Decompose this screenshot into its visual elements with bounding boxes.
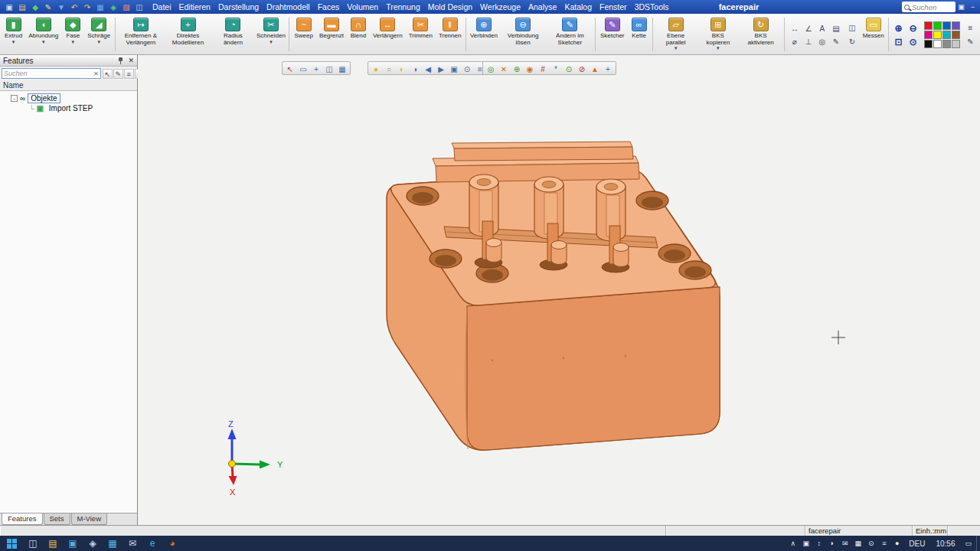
palette-color[interactable] [942,21,951,30]
palette-color[interactable] [933,21,942,30]
viewport-tool-icon[interactable]: + [602,63,614,74]
ribbon-button[interactable]: ✎ Ändern im Sketcher ▾ [547,15,593,54]
ribbon-button[interactable]: ◢ Schräge ▾ [84,15,113,54]
measure-button[interactable]: ▭ Messen [860,15,887,54]
dimension-icon[interactable]: ✎ [829,35,842,47]
viewport-tool-icon[interactable]: ▲ [589,63,601,74]
taskbar-app-icon[interactable]: ▣ [63,536,83,551]
ribbon-button[interactable]: + Direktes Modellieren ▾ [165,15,212,54]
ribbon-button[interactable]: ◆ Fase ▾ [61,15,84,54]
viewport-tool-icon[interactable]: ◀ [422,63,434,74]
tree-item-label[interactable]: Import STEP [46,103,96,113]
zoom-icon[interactable]: ⊖ [906,21,920,34]
palette-color[interactable] [952,21,960,30]
viewport-tool-icon[interactable]: ● [370,63,382,74]
ribbon-button[interactable]: ∞ Kette ▾ [628,15,651,54]
viewport-tool-icon[interactable]: ◉ [524,63,536,74]
ribbon-misc-icon[interactable]: ↻ [845,35,858,47]
tree-item[interactable]: - ∞ Objekte [0,93,137,103]
zoom-icon[interactable]: ⊙ [906,35,920,47]
ribbon-button[interactable]: ~ Sweep ▾ [291,15,315,54]
viewport-tool-icon[interactable]: ✕ [498,63,510,74]
viewport-tool-icon[interactable]: ▭ [297,63,309,74]
dropdown-arrow-icon[interactable]: ▾ [42,40,45,44]
window-control-icon[interactable]: ▣ [956,3,967,11]
menu-item[interactable]: Datei [149,0,175,14]
model-canvas[interactable]: Z Y X [138,55,980,525]
viewport-3d[interactable]: Z Y X ↖▭+◫▦ ●○ [138,55,980,525]
clock[interactable]: 10:56 [930,540,960,548]
ribbon-button[interactable]: ✂ Trimmen ▾ [406,15,436,54]
viewport-tool-icon[interactable]: ▦ [336,63,348,74]
quick-access-icon[interactable]: ◫ [133,2,145,13]
clear-search-icon[interactable]: ✕ [93,70,99,77]
panel-tab[interactable]: M-View [71,514,108,525]
menu-item[interactable]: Volumen [343,0,382,14]
ribbon-button[interactable]: ↻ BKS aktivieren ▾ [739,15,782,54]
quick-access-icon[interactable]: ◆ [29,2,41,13]
ribbon-misc-icon[interactable]: ◫ [845,21,858,34]
menu-item[interactable]: Fenster [596,0,631,14]
menu-item[interactable]: Trennung [382,0,424,14]
palette-color[interactable] [933,31,942,39]
viewport-tool-icon[interactable]: ⊙ [461,63,473,74]
palette-color[interactable] [952,31,960,39]
panel-tab[interactable]: Features [2,514,43,525]
panel-tool-icon[interactable]: ≡ [124,69,134,79]
tree-item-label[interactable]: Objekte [28,93,60,103]
tray-icon[interactable]: ≡ [877,540,890,547]
viewport-tool-icon[interactable]: * [550,63,562,74]
attribute-icon[interactable]: ✎ [964,35,977,47]
ribbon-button[interactable]: ▬ Begrenzt ▾ [316,15,347,54]
dropdown-arrow-icon[interactable]: ▾ [12,40,15,44]
panel-tool-icon[interactable]: ✎ [113,69,123,79]
ribbon-button[interactable]: ◖ Abrundung ▾ [25,15,61,54]
menu-item[interactable]: Darstellung [214,0,263,14]
start-button[interactable] [0,536,23,551]
palette-color[interactable] [942,40,951,48]
menu-item[interactable]: Mold Design [424,0,476,14]
attribute-icon[interactable]: ≡ [964,21,977,34]
palette-color[interactable] [924,40,933,48]
viewport-tool-icon[interactable]: ↖ [284,63,296,74]
zoom-icon[interactable]: ⊡ [892,35,905,47]
taskbar-app-icon[interactable]: ▤ [43,536,63,551]
viewport-tool-icon[interactable]: # [537,63,549,74]
tray-icon[interactable]: ✉ [838,540,851,547]
taskbar-app-icon[interactable]: ✉ [122,536,142,551]
tray-icon[interactable]: ⊙ [864,540,877,547]
dimension-icon[interactable]: ▤ [829,22,842,34]
ribbon-button[interactable]: ↦ Entfernen & Verlängern ▾ [117,15,165,54]
tray-icon[interactable]: ▦ [851,540,864,547]
dimension-icon[interactable]: ↔ [788,22,801,34]
ribbon-button[interactable]: ✂ Schneiden ▾ [254,15,287,54]
quick-access-icon[interactable]: ▼ [55,2,67,13]
ribbon-button[interactable]: ↔ Verlängern ▾ [370,15,406,54]
menu-item[interactable]: 3DSTools [631,0,673,14]
pin-icon[interactable] [116,57,124,65]
panel-close-icon[interactable]: ✕ [128,57,134,64]
palette-color[interactable] [924,21,933,30]
taskbar-app-icon[interactable]: ▦ [103,536,122,551]
quick-access-icon[interactable]: ↷ [81,2,93,13]
tray-icon[interactable]: ↕ [812,540,825,547]
window-control-icon[interactable]: − [967,3,978,11]
dimension-icon[interactable]: ∠ [802,22,815,34]
ribbon-button[interactable]: ∩ Blend ▾ [347,15,370,54]
tray-icon[interactable]: ● [890,540,903,547]
panel-tool-icon[interactable]: ↖ [103,69,113,79]
quick-access-icon[interactable]: ✎ [42,2,54,13]
viewport-tool-icon[interactable]: ⊙ [563,63,575,74]
dropdown-arrow-icon[interactable]: ▾ [270,40,273,44]
ribbon-button[interactable]: ◔ Radius ändern ▾ [211,15,254,54]
viewport-tool-icon[interactable]: ◑ [409,63,421,74]
ribbon-button[interactable]: ▱ Ebene parallel ▾ [655,15,697,54]
ribbon-button[interactable]: ‖ Trennen ▾ [436,15,465,54]
panel-tab[interactable]: Sets [44,514,70,525]
dropdown-arrow-icon[interactable]: ▾ [675,46,678,51]
taskbar-app-icon[interactable]: e [142,536,162,551]
quick-access-icon[interactable]: ↶ [68,2,80,13]
viewport-tool-icon[interactable]: ▶ [435,63,447,74]
panel-search-box[interactable]: ✕ [2,68,101,79]
viewport-tool-icon[interactable]: ◫ [323,63,335,74]
